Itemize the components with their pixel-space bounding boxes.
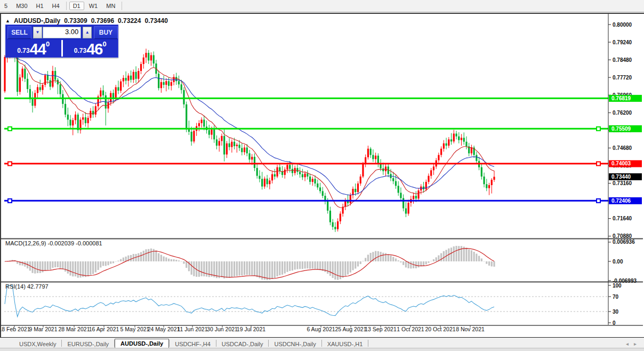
macd-histogram-bar <box>317 261 318 269</box>
macd-histogram-bar <box>433 259 434 261</box>
macd-histogram-bar <box>471 250 472 261</box>
macd-histogram-bar <box>402 261 404 265</box>
macd-histogram-bar <box>219 261 220 278</box>
price-level-label: 0.75509 <box>611 126 631 132</box>
bottom-tab-audusd-[interactable]: AUDUSD-,Daily <box>115 339 169 348</box>
candle-body <box>216 139 218 146</box>
macd-pane-title: MACD(12,26,9) -0.002039 -0.000081 <box>5 240 102 246</box>
timeframe-button-mn[interactable]: MN <box>102 2 119 10</box>
candle-body <box>455 133 457 136</box>
macd-histogram-bar <box>276 261 278 276</box>
candle-body <box>259 176 260 179</box>
date-label: 16 Apr 2021 <box>89 326 119 332</box>
date-label: 6 Aug 2021 <box>307 326 335 332</box>
line-handle[interactable] <box>597 199 600 203</box>
candle-body <box>367 149 369 157</box>
bottom-tab-xauusd-[interactable]: XAUUSD-,H1 <box>322 339 368 348</box>
candle-body <box>200 119 202 123</box>
timeframe-button-5[interactable]: 5 <box>1 2 11 10</box>
volume-increase-button[interactable]: ▲ <box>83 27 92 38</box>
buy-button[interactable]: BUY <box>94 26 118 39</box>
candle-body <box>486 184 487 188</box>
sell-price-pip: 0 <box>46 40 50 48</box>
candle-body <box>463 138 465 141</box>
timeframe-button-m30[interactable]: M30 <box>12 2 31 10</box>
macd-histogram-bar <box>493 261 495 267</box>
macd-histogram-bar <box>234 261 235 277</box>
macd-histogram-bar <box>352 261 353 270</box>
line-handle[interactable] <box>8 162 12 165</box>
buy-price-display[interactable]: 0.73 46 0 <box>63 40 118 57</box>
candle-body <box>329 211 331 222</box>
candle-body <box>264 179 265 187</box>
collapse-triangle-icon[interactable]: ▲ <box>5 18 10 23</box>
macd-histogram-bar <box>52 261 53 268</box>
bottom-tab-usdcad-[interactable]: USDCAD-,Daily <box>216 339 269 348</box>
timeframe-button-d1[interactable]: D1 <box>69 2 84 10</box>
bottom-tab-usdx[interactable]: USDX,Weekly <box>14 339 61 348</box>
candle-body <box>165 81 167 85</box>
tab-scroll-arrows[interactable]: ◂▸ <box>626 341 642 347</box>
line-handle[interactable] <box>8 127 12 131</box>
macd-histogram-bar <box>117 261 119 261</box>
macd-histogram-bar <box>332 261 334 278</box>
timeframe-button-w1[interactable]: W1 <box>85 2 102 10</box>
candle-body <box>420 187 422 190</box>
candle-body <box>370 149 372 155</box>
bottom-tab-usdchf-[interactable]: USDCHF-,H4 <box>170 339 216 348</box>
sell-price-display[interactable]: 0.73 44 0 <box>6 40 61 57</box>
date-label: 8 Nov 2021 <box>456 326 485 332</box>
candle-body <box>130 76 132 80</box>
chart-window: 0.800000.792400.784800.777200.769600.762… <box>0 13 644 338</box>
candle-body <box>183 90 184 105</box>
line-handle[interactable] <box>597 127 600 131</box>
timeframe-button-h4[interactable]: H4 <box>49 2 63 10</box>
candle-body <box>87 118 89 123</box>
macd-histogram-bar <box>254 261 255 276</box>
rsi-line <box>5 285 494 317</box>
candle-body <box>289 165 291 169</box>
price-tick-label: 0.76200 <box>613 110 632 116</box>
volume-decrease-button[interactable]: ▼ <box>33 27 42 38</box>
candle-body <box>198 123 200 126</box>
quote-bar: ▲ AUDUSD-,Daily 0.73309 0.73696 0.73224 … <box>5 17 175 25</box>
candle-body <box>284 170 286 175</box>
macd-histogram-bar <box>281 261 283 275</box>
candle-body <box>34 93 36 106</box>
macd-histogram-bar <box>95 261 96 273</box>
macd-histogram-bar <box>342 261 343 278</box>
candle-body <box>24 69 26 79</box>
candle-body <box>296 168 298 172</box>
candle-body <box>153 55 155 63</box>
macd-histogram-bar <box>244 261 245 275</box>
macd-histogram-bar <box>67 261 69 274</box>
toolbar-separator <box>66 2 67 10</box>
candle-body <box>133 72 134 80</box>
candle-body <box>44 75 46 85</box>
line-handle[interactable] <box>597 162 600 165</box>
bottom-tab-eurusd-[interactable]: EURUSD-,Daily <box>62 339 114 348</box>
macd-histogram-bar <box>271 261 273 279</box>
candle-body <box>443 143 445 149</box>
candle-body <box>50 80 51 86</box>
macd-histogram-bar <box>206 261 207 277</box>
macd-histogram-bar <box>148 249 149 261</box>
candle-body <box>42 85 43 90</box>
macd-axis-label: 0.006936 <box>613 239 635 245</box>
macd-histogram-bar <box>150 249 152 261</box>
candle-body <box>317 184 318 187</box>
timeframe-button-h1[interactable]: H1 <box>33 2 47 10</box>
date-label: 30 Jun 2021 <box>207 326 238 332</box>
volume-input[interactable]: 3.00 <box>43 27 82 38</box>
macd-histogram-bar <box>375 251 376 261</box>
candle-body <box>398 186 399 193</box>
candle-body <box>31 99 33 106</box>
macd-histogram-bar <box>44 261 46 270</box>
sell-button[interactable]: SELL <box>7 26 31 39</box>
bottom-tab-usdcnh-[interactable]: USDCNH-,Daily <box>269 339 321 348</box>
line-handle[interactable] <box>8 199 12 203</box>
candle-body <box>461 138 462 140</box>
chart-canvas[interactable]: 0.800000.792400.784800.777200.769600.762… <box>1 14 643 336</box>
macd-histogram-bar <box>60 261 61 268</box>
macd-histogram-bar <box>231 261 232 277</box>
